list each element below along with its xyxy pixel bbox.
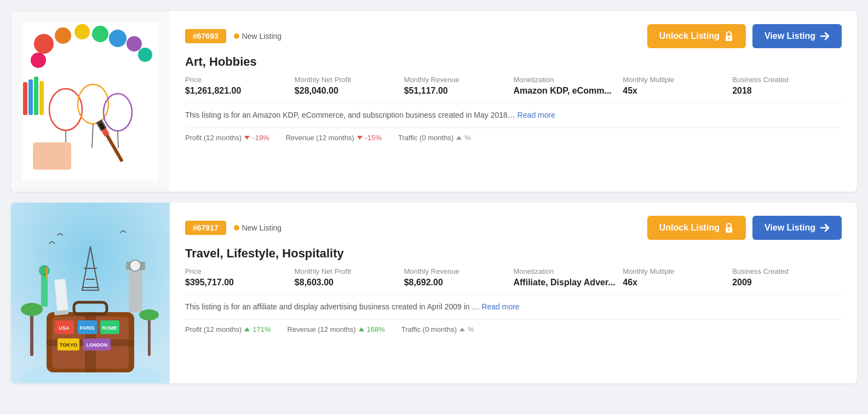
new-listing-label-0: New Listing <box>234 32 281 41</box>
listing-metrics-0: Profit (12 months) -19% Revenue (12 mont… <box>185 128 842 142</box>
profit-metric-1: Profit (12 months) 171% <box>185 325 271 334</box>
new-listing-dot-0 <box>234 33 239 39</box>
traffic-arrow-1 <box>459 327 465 331</box>
profit-value-0: -19% <box>252 134 269 142</box>
svg-rect-49 <box>46 267 48 278</box>
stat-net-profit-value-1: $8,603.00 <box>295 278 404 288</box>
listing-header-left-1: #67917 New Listing <box>185 221 281 235</box>
stat-monetization-value-1: Affiliate, Display Adver... <box>513 278 623 288</box>
stat-created-value-0: 2018 <box>732 86 842 96</box>
revenue-value-1: 168% <box>367 325 385 334</box>
stat-price-label-1: Price <box>185 267 295 275</box>
new-listing-dot-1 <box>234 225 239 231</box>
svg-line-15 <box>118 131 118 148</box>
listing-title-0: Art, Hobbies <box>185 55 842 69</box>
stat-multiple-0: Monthly Multiple 45x <box>623 76 732 96</box>
stat-net-profit-label-1: Monthly Net Profit <box>295 267 404 275</box>
stat-multiple-1: Monthly Multiple 46x <box>623 267 732 288</box>
stat-created-label-1: Business Created <box>732 267 842 275</box>
listing-id-badge-1: #67917 <box>185 221 226 235</box>
listing-header-left-0: #67693 New Listing <box>185 29 281 43</box>
listing-description-1: This listing is for an affiliate and dis… <box>185 294 842 313</box>
listing-metrics-1: Profit (12 months) 171% Revenue (12 mont… <box>185 319 842 334</box>
listing-header-1: #67917 New Listing Unlock Listing View L… <box>185 216 842 240</box>
svg-point-8 <box>138 48 152 62</box>
svg-point-9 <box>31 53 46 68</box>
svg-rect-22 <box>34 77 38 115</box>
svg-text:TOKYO: TOKYO <box>60 342 77 348</box>
view-listing-button-0[interactable]: View Listing <box>752 24 842 48</box>
svg-point-4 <box>74 24 90 39</box>
stat-created-0: Business Created 2018 <box>732 76 842 96</box>
listing-image-1: USA PARIS ROME TOKYO LONDON <box>11 203 170 383</box>
stat-net-profit-0: Monthly Net Profit $28,040.00 <box>295 76 404 96</box>
read-more-link-1[interactable]: Read more <box>481 302 519 311</box>
svg-rect-55 <box>30 312 33 356</box>
traffic-metric-0: Traffic (0 months) % <box>398 134 471 142</box>
listing-content-1: #67917 New Listing Unlock Listing View L… <box>170 203 857 383</box>
svg-point-25 <box>728 38 729 39</box>
revenue-value-0: -15% <box>365 134 382 142</box>
svg-rect-23 <box>39 81 44 115</box>
profit-value-1: 171% <box>252 325 271 334</box>
stat-revenue-label-0: Monthly Revenue <box>404 76 514 84</box>
traffic-metric-1: Traffic (0 months) % <box>401 325 474 334</box>
revenue-metric-0: Revenue (12 months) -15% <box>286 134 382 142</box>
view-listing-button-1[interactable]: View Listing <box>752 216 842 240</box>
unlock-listing-button-1[interactable]: Unlock Listing <box>647 216 746 240</box>
listing-card-0: #67693 New Listing Unlock Listing View L… <box>11 11 857 192</box>
svg-rect-20 <box>23 82 27 115</box>
stat-monetization-label-0: Monetization <box>513 76 623 84</box>
arrow-right-icon-0 <box>820 32 830 41</box>
svg-point-2 <box>34 34 54 54</box>
stat-revenue-0: Monthly Revenue $51,117.00 <box>404 76 514 96</box>
listing-id-badge-0: #67693 <box>185 29 226 43</box>
stat-monetization-value-0: Amazon KDP, eComm... <box>513 86 623 96</box>
stat-multiple-value-1: 46x <box>623 278 732 288</box>
svg-point-58 <box>139 309 159 320</box>
svg-rect-21 <box>28 79 33 115</box>
traffic-value-0: % <box>464 134 471 142</box>
new-listing-label-1: New Listing <box>234 223 281 232</box>
svg-point-3 <box>55 27 71 44</box>
read-more-link-0[interactable]: Read more <box>518 111 555 119</box>
svg-point-52 <box>130 260 141 271</box>
svg-point-5 <box>92 26 108 42</box>
unlock-listing-button-0[interactable]: Unlock Listing <box>647 24 746 48</box>
stat-price-value-1: $395,717.00 <box>185 278 295 288</box>
listing-header-right-1: Unlock Listing View Listing <box>647 216 842 240</box>
listing-description-0: This listing is for an Amazon KDP, eComm… <box>185 102 842 121</box>
stat-created-1: Business Created 2009 <box>732 267 842 288</box>
lock-icon-1 <box>724 222 734 233</box>
stat-price-1: Price $395,717.00 <box>185 267 295 288</box>
listing-header-0: #67693 New Listing Unlock Listing View L… <box>185 24 842 48</box>
svg-text:LONDON: LONDON <box>87 342 108 348</box>
listing-stats-1: Price $395,717.00 Monthly Net Profit $8,… <box>185 267 842 288</box>
stat-revenue-value-0: $51,117.00 <box>404 86 514 96</box>
stat-price-label-0: Price <box>185 76 295 84</box>
stat-price-value-0: $1,261,821.00 <box>185 86 295 96</box>
listing-stats-0: Price $1,261,821.00 Monthly Net Profit $… <box>185 76 842 96</box>
stat-net-profit-label-0: Monthly Net Profit <box>295 76 404 84</box>
traffic-value-1: % <box>468 325 474 334</box>
stat-net-profit-value-0: $28,040.00 <box>295 86 404 96</box>
svg-point-48 <box>39 265 50 276</box>
traffic-arrow-0 <box>456 136 462 140</box>
stat-price-0: Price $1,261,821.00 <box>185 76 295 96</box>
stat-created-label-0: Business Created <box>732 76 842 84</box>
listing-content-0: #67693 New Listing Unlock Listing View L… <box>170 11 857 192</box>
svg-text:USA: USA <box>59 325 70 331</box>
listing-card-1: USA PARIS ROME TOKYO LONDON <box>11 203 857 383</box>
svg-rect-16 <box>33 142 71 170</box>
svg-rect-57 <box>148 318 151 356</box>
svg-point-56 <box>21 303 43 316</box>
listing-title-1: Travel, Lifestyle, Hospitality <box>185 246 842 261</box>
stat-revenue-label-1: Monthly Revenue <box>404 267 514 275</box>
revenue-metric-1: Revenue (12 months) 168% <box>288 325 385 334</box>
stat-revenue-1: Monthly Revenue $8,692.00 <box>404 267 514 288</box>
listing-image-0 <box>11 11 170 192</box>
profit-metric-0: Profit (12 months) -19% <box>185 134 269 142</box>
stat-multiple-label-1: Monthly Multiple <box>623 267 732 275</box>
stat-multiple-label-0: Monthly Multiple <box>623 76 732 84</box>
svg-point-7 <box>127 36 142 51</box>
